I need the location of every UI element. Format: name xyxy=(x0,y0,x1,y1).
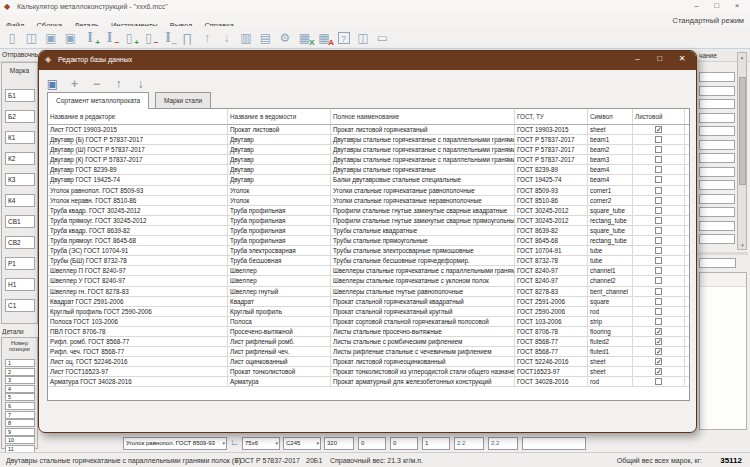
position-field-5[interactable]: 5 xyxy=(5,393,35,401)
mark-field-С1[interactable]: С1 xyxy=(5,299,35,312)
position-field-10[interactable]: 10 xyxy=(5,436,35,444)
sheet-checkbox[interactable] xyxy=(655,247,662,254)
move-up-icon[interactable]: ↑ xyxy=(198,28,216,46)
note-field-12[interactable] xyxy=(699,221,735,231)
row-up-icon[interactable]: ↑ xyxy=(110,74,127,91)
save-icon[interactable]: ▣ xyxy=(42,28,60,46)
table-row[interactable]: Квадрат ГОСТ 2591-2006КвадратПрокат стал… xyxy=(48,297,689,307)
note-field-8[interactable] xyxy=(699,167,735,177)
close-icon[interactable]: × xyxy=(728,1,746,10)
report-window-icon[interactable]: ◫ xyxy=(354,28,372,46)
table-row[interactable]: Рифл. чеч. ГОСТ 8568-77Лист рифленый чеч… xyxy=(48,347,689,357)
table-row[interactable]: Уголок равнопол. ГОСТ 8509-93УголокУголк… xyxy=(48,186,689,196)
resize-mark-icon[interactable]: I↔ xyxy=(159,28,177,46)
sheet-checkbox[interactable]: ✓ xyxy=(655,126,662,133)
edit-field-2[interactable]: 0 xyxy=(358,437,386,450)
edit-field-5[interactable]: 2.2 xyxy=(454,437,484,450)
sheet-checkbox[interactable] xyxy=(655,197,662,204)
mark-field-СВ2[interactable]: СВ2 xyxy=(5,236,35,249)
table-row[interactable]: Лист ГОСТ 19903-2015Прокат листовойПрока… xyxy=(48,125,689,135)
table-row[interactable]: Труба прямоуг. ГОСТ 8645-68Труба профиль… xyxy=(48,236,689,246)
table-row[interactable]: Швеллер П ГОСТ 8240-97ШвеллерШвеллеры ст… xyxy=(48,266,689,276)
settings-gear-icon[interactable]: ⚙ xyxy=(276,28,294,46)
sheet-checkbox[interactable]: ✓ xyxy=(655,328,662,335)
table-row[interactable]: Швеллер У ГОСТ 8240-97ШвеллерШвеллеры ст… xyxy=(48,276,689,286)
list-view-icon[interactable]: ▤ xyxy=(257,28,275,46)
mark-field-Б1[interactable]: Б1 xyxy=(5,89,35,102)
sheet-checkbox[interactable] xyxy=(655,308,662,315)
table-row[interactable]: Круглый профиль ГОСТ 2590-2006Круглый пр… xyxy=(48,307,689,317)
position-field-8[interactable]: 8 xyxy=(5,419,35,427)
table-row[interactable]: ПВЛ ГОСТ 8706-78Просечено-вытяжнойЛисты … xyxy=(48,327,689,337)
mark-field-К1[interactable]: К1 xyxy=(5,131,35,144)
table-row[interactable]: Трубы (БШ) ГОСТ 8732-78Труба бесшовнаяТр… xyxy=(48,256,689,266)
table-row[interactable]: Двутавр (К) ГОСТ Р 57837-2017ДвутаврДвут… xyxy=(48,155,689,165)
table-row[interactable]: Уголок неравн. ГОСТ 8510-86УголокУголки … xyxy=(48,196,689,206)
note-field-9[interactable] xyxy=(699,180,735,190)
note-field-13[interactable] xyxy=(699,234,735,244)
mark-field-Р1[interactable]: Р1 xyxy=(5,257,35,270)
remove-row-icon[interactable]: − xyxy=(88,74,105,91)
sheet-checkbox[interactable] xyxy=(655,267,662,274)
sheet-checkbox[interactable] xyxy=(655,176,662,183)
note-field-4[interactable] xyxy=(699,113,735,123)
new-document-icon[interactable]: ▯ xyxy=(3,28,21,46)
sheet-checkbox[interactable] xyxy=(655,136,662,143)
position-field-2[interactable]: 2 xyxy=(5,368,35,376)
edit-field-6[interactable]: 2.2 xyxy=(488,437,518,450)
mark-field-СВ1[interactable]: СВ1 xyxy=(5,215,35,228)
mark-field-Б2[interactable]: Б2 xyxy=(5,110,35,123)
add-detail-icon[interactable]: ▯+ xyxy=(120,28,138,46)
note-field-7[interactable] xyxy=(699,153,735,163)
table-row[interactable]: Рифл. ромб. ГОСТ 8568-77Лист рифленый ро… xyxy=(48,337,689,347)
position-field-6[interactable]: 6 xyxy=(5,402,35,410)
minimize-icon[interactable]: – xyxy=(688,1,706,10)
sheet-checkbox[interactable] xyxy=(655,166,662,173)
sheet-checkbox[interactable] xyxy=(655,207,662,214)
ms-excel-export-icon[interactable]: ▦X xyxy=(296,28,314,46)
position-field-3[interactable]: 3 xyxy=(5,376,35,384)
key-icon[interactable]: ▭ xyxy=(374,28,392,46)
position-field-4[interactable]: 4 xyxy=(5,385,35,393)
remove-mark-icon[interactable]: I− xyxy=(101,28,119,46)
table-row[interactable]: Труба квадр. ГОСТ 8639-82Труба профильна… xyxy=(48,226,689,236)
add-mark-icon[interactable]: I+ xyxy=(81,28,99,46)
row-down-icon[interactable]: ↓ xyxy=(132,74,149,91)
autocad-export-icon[interactable]: ▦A xyxy=(315,28,333,46)
sheet-checkbox[interactable] xyxy=(655,277,662,284)
add-row-icon[interactable]: + xyxy=(66,74,83,91)
table-row[interactable]: Арматура ГОСТ 34028-2016АрматураПрокат а… xyxy=(48,377,689,387)
table-row[interactable]: Труба (ЭС) ГОСТ 10704-91Труба электросва… xyxy=(48,246,689,256)
sheet-checkbox[interactable]: ✓ xyxy=(655,368,662,375)
save-db-icon[interactable]: ▣ xyxy=(44,74,61,91)
table-row[interactable]: Лист ГОСТ16523-97Прокат тонколистовойПро… xyxy=(48,367,689,377)
help-icon[interactable]: ? xyxy=(335,28,353,46)
mark-field-К3[interactable]: К3 xyxy=(5,173,35,186)
steel-grade-combo[interactable]: С245▾ xyxy=(283,437,321,450)
sheet-checkbox[interactable]: ✓ xyxy=(655,358,662,365)
note-field-10[interactable] xyxy=(699,194,735,204)
connection-icon[interactable]: ∏ xyxy=(179,28,197,46)
move-down-icon[interactable]: ↓ xyxy=(218,28,236,46)
mark-field-К4[interactable]: К4 xyxy=(5,194,35,207)
mark-field-Н1[interactable]: Н1 xyxy=(5,278,35,291)
tab-2[interactable]: Марки стали xyxy=(155,92,211,108)
vertical-scrollbar[interactable]: ▴ ▾ xyxy=(737,52,747,250)
table-row[interactable]: Труба квадр. ГОСТ 30245-2012Труба профил… xyxy=(48,206,689,216)
sheet-checkbox[interactable] xyxy=(655,146,662,153)
sheet-checkbox[interactable] xyxy=(655,156,662,163)
sheet-checkbox[interactable] xyxy=(655,298,662,305)
table-row[interactable]: Труба прямоуг. ГОСТ 30245-2012Труба проф… xyxy=(48,216,689,226)
sheet-checkbox[interactable] xyxy=(655,257,662,264)
open-document-icon[interactable]: ◫ xyxy=(23,28,41,46)
sheet-checkbox[interactable] xyxy=(655,318,662,325)
table-row[interactable]: Швеллер гн. ГОСТ 8278-83Швеллер гнутыйШв… xyxy=(48,287,689,297)
scroll-up-icon[interactable]: ▴ xyxy=(738,53,746,61)
sheet-checkbox[interactable] xyxy=(655,187,662,194)
note-field-1[interactable] xyxy=(699,72,735,82)
size-combo[interactable]: 75x6▾ xyxy=(242,437,280,450)
sheet-checkbox[interactable] xyxy=(655,288,662,295)
note-field-3[interactable] xyxy=(699,99,735,109)
note-field-6[interactable] xyxy=(699,140,735,150)
profile-combo[interactable]: Уголок равнопол. ГОСТ 8509-93▾ xyxy=(123,437,227,450)
